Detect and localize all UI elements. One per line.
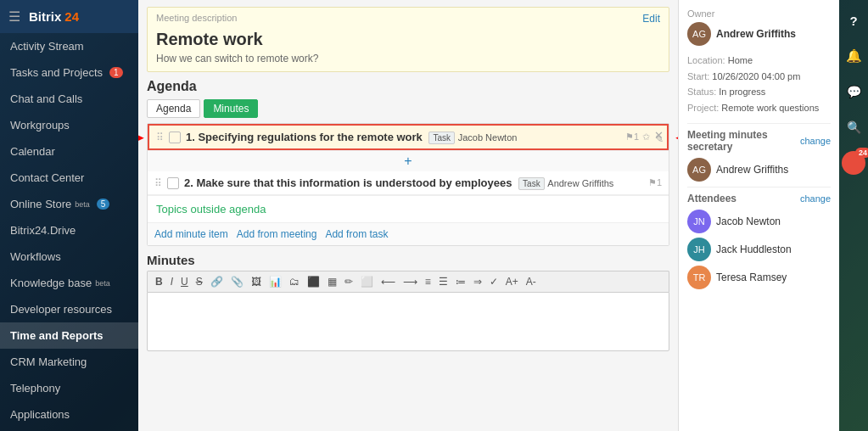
tab-agenda[interactable]: Agenda xyxy=(147,99,200,118)
location-value: Home xyxy=(728,55,753,65)
attendees-label: Attendees xyxy=(687,193,736,204)
add-item-plus[interactable]: + xyxy=(404,154,412,169)
logo-text: Bitrix xyxy=(29,9,61,24)
sidebar-item-label-bitrix24-drive: Bitrix24.Drive xyxy=(10,224,76,237)
minutes-section: Minutes B I U S 🔗 📎 🖼 📊 🗂 ⬛ ▦ ✏ ⬜ ⟵ xyxy=(147,253,669,351)
tab-minutes[interactable]: Minutes xyxy=(204,99,258,118)
toolbar-table[interactable]: 📊 xyxy=(266,275,284,288)
sidebar-header: ☰ Bitrix24 xyxy=(0,0,138,33)
toolbar-attachment[interactable]: 📎 xyxy=(228,275,246,288)
toolbar-link[interactable]: 🔗 xyxy=(208,275,226,288)
attendees-change-link[interactable]: change xyxy=(800,193,831,204)
help-icon-button[interactable]: ? xyxy=(842,8,865,32)
sidebar-item-workflows[interactable]: Workflows xyxy=(0,243,138,270)
sidebar-item-crm-marketing[interactable]: CRM Marketing xyxy=(0,349,138,375)
sidebar-item-activity-stream[interactable]: Activity Stream xyxy=(0,33,138,59)
add-from-meeting-button[interactable]: Add from meeting xyxy=(237,228,317,240)
toolbar-align-left[interactable]: ≡ xyxy=(423,275,434,288)
sidebar-item-label-knowledge-base: Knowledge base xyxy=(10,277,92,289)
secretary-label: Meeting minutes secretary xyxy=(687,129,800,153)
meeting-edit-button[interactable]: Edit xyxy=(642,13,660,25)
sidebar-item-label-chat-calls: Chat and Calls xyxy=(10,92,82,105)
toolbar-font-larger[interactable]: A+ xyxy=(503,275,521,288)
secretary-change-link[interactable]: change xyxy=(800,136,831,146)
divider-1 xyxy=(687,123,831,124)
drag-handle-1[interactable]: ⠿ xyxy=(156,132,164,143)
agenda-item-1-text: 1. Specifying regulations for the remote… xyxy=(186,131,620,143)
sidebar-item-label-developer-resources: Developer resources xyxy=(10,303,112,316)
toolbar-indent[interactable]: ⇒ xyxy=(471,275,484,288)
add-minute-item-button[interactable]: Add minute item xyxy=(154,228,228,240)
minutes-toolbar: B I U S 🔗 📎 🖼 📊 🗂 ⬛ ▦ ✏ ⬜ ⟵ ⟶ ≡ ☰ xyxy=(147,271,669,292)
attendees-section-header: Attendees change xyxy=(687,193,831,204)
sidebar-item-online-store[interactable]: Online Storebeta5 xyxy=(0,191,138,217)
toolbar-file[interactable]: 🗂 xyxy=(287,275,302,288)
meeting-desc-label: Meeting description xyxy=(156,13,237,23)
sidebar-item-tasks-projects[interactable]: Tasks and Projects1 xyxy=(0,59,138,86)
toolbar-strikethrough[interactable]: S xyxy=(193,275,205,288)
sidebar-item-calendar[interactable]: Calendar xyxy=(0,138,138,165)
hamburger-icon[interactable]: ☰ xyxy=(8,8,20,25)
toolbar-italic[interactable]: I xyxy=(168,275,176,288)
meeting-description-box: Meeting description Edit Remote work How… xyxy=(147,7,669,72)
toolbar-list-unordered[interactable]: ☰ xyxy=(436,275,451,288)
toolbar-bold[interactable]: B xyxy=(153,275,165,288)
flag-icon-1: ⚑1 xyxy=(625,132,639,143)
toolbar-paint[interactable]: ✏ xyxy=(342,275,356,288)
sidebar-item-label-workflows: Workflows xyxy=(10,250,61,263)
topics-outside: Topics outside agenda xyxy=(148,195,669,222)
attendees-list: JNJacob NewtonJHJack HuddlestonTRTeresa … xyxy=(687,210,831,289)
add-from-task-button[interactable]: Add from task xyxy=(325,228,388,240)
bell-icon-button[interactable]: 🔔 xyxy=(842,44,865,68)
attendee-name-2: Teresa Ramsey xyxy=(716,271,787,283)
sidebar-item-label-activity-stream: Activity Stream xyxy=(10,40,84,53)
chat-icon-button[interactable]: 💬 xyxy=(842,80,865,104)
attendee-row-2: TRTeresa Ramsey xyxy=(687,266,831,289)
owner-avatar: AG xyxy=(687,22,711,46)
agenda-item-2-text: 2. Make sure that this information is un… xyxy=(184,176,643,189)
meeting-subtitle: How we can switch to remote work? xyxy=(156,53,660,64)
minutes-editor[interactable] xyxy=(147,292,669,351)
sidebar-item-crm[interactable]: CRM12 xyxy=(0,428,138,431)
toolbar-check[interactable]: ✓ xyxy=(487,275,501,288)
toolbar-image[interactable]: 🖼 xyxy=(249,275,264,288)
toolbar-underline[interactable]: U xyxy=(178,275,191,288)
edit-item-1-button[interactable]: ✎ xyxy=(655,133,664,145)
sidebar-item-chat-calls[interactable]: Chat and Calls xyxy=(0,86,138,112)
owner-label: Owner xyxy=(687,8,831,19)
sidebar-item-workgroups[interactable]: Workgroups xyxy=(0,112,138,138)
toolbar-block[interactable]: ⬛ xyxy=(305,275,322,288)
toolbar-grid[interactable]: ▦ xyxy=(325,275,339,288)
assignee-1: Jacob Newton xyxy=(458,132,518,143)
star-icon-1[interactable]: ✩ xyxy=(642,132,650,143)
divider-2 xyxy=(687,187,831,188)
location-label: Location: xyxy=(687,55,725,65)
toolbar-indent-left[interactable]: ⟵ xyxy=(378,275,398,288)
sidebar-item-label-online-store: Online Store xyxy=(10,198,71,210)
drag-handle-2[interactable]: ⠿ xyxy=(154,177,162,189)
sidebar-item-time-reports[interactable]: Time and Reports xyxy=(0,322,138,349)
sidebar-item-telephony[interactable]: Telephony xyxy=(0,375,138,401)
toolbar-indent-right[interactable]: ⟶ xyxy=(400,275,420,288)
badge-tasks-projects: 1 xyxy=(109,67,123,78)
center-panel: Meeting description Edit Remote work How… xyxy=(138,0,678,431)
sidebar-item-developer-resources[interactable]: Developer resources xyxy=(0,296,138,322)
search-icon-button[interactable]: 🔍 xyxy=(842,115,865,139)
checkbox-2[interactable] xyxy=(167,177,179,189)
toolbar-font-smaller[interactable]: A- xyxy=(524,275,539,288)
sidebar-item-contact-center[interactable]: Contact Center xyxy=(0,165,138,191)
sidebar-item-knowledge-base[interactable]: Knowledge basebeta xyxy=(0,270,138,296)
item-1-actions: ⚑1 ✩ xyxy=(625,132,650,143)
sidebar-items-list: Activity StreamTasks and Projects1Chat a… xyxy=(0,33,138,431)
sidebar-item-applications[interactable]: Applications xyxy=(0,401,138,428)
checkbox-1[interactable] xyxy=(169,132,181,143)
agenda-header: Agenda xyxy=(147,79,669,94)
owner-name: Andrew Griffiths xyxy=(716,28,796,40)
toolbar-list-ordered[interactable]: ≔ xyxy=(453,275,468,288)
logo-num: 24 xyxy=(64,9,79,24)
right-panel: Owner AG Andrew Griffiths Location: Home… xyxy=(678,0,839,431)
agenda-item-1: ➤ ⠿ 1. Specifying regulations for the re… xyxy=(148,124,669,150)
sidebar-item-bitrix24-drive[interactable]: Bitrix24.Drive xyxy=(0,217,138,243)
notification-count-button[interactable] xyxy=(842,151,865,175)
toolbar-clear[interactable]: ⬜ xyxy=(358,275,376,288)
